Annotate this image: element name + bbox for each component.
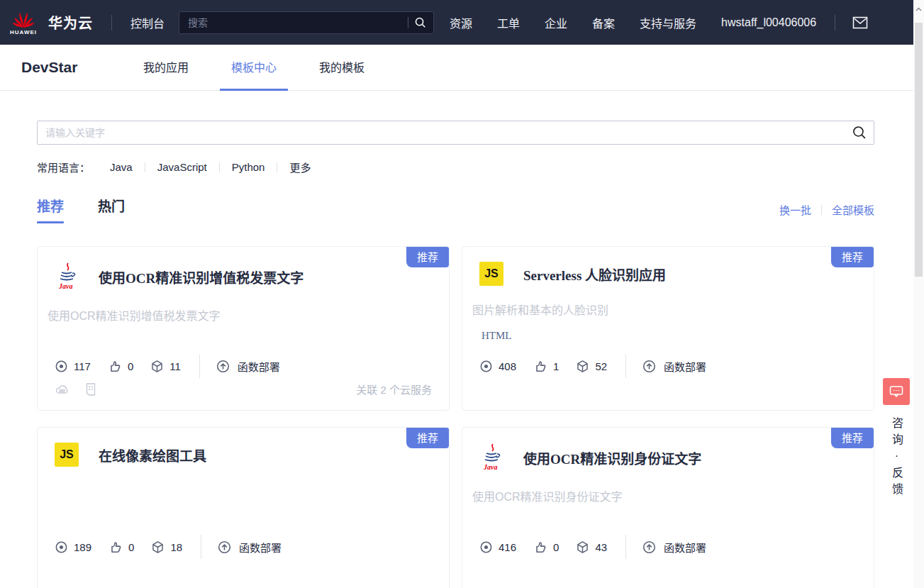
search-icon[interactable] bbox=[852, 125, 867, 140]
lang-python[interactable]: Python bbox=[232, 161, 265, 173]
divider bbox=[821, 205, 822, 215]
template-title[interactable]: 使用OCR精准识别身份证文字 bbox=[523, 448, 701, 467]
tab-hot[interactable]: 热门 bbox=[98, 196, 125, 223]
card-header: JS 在线像素绘图工具 bbox=[55, 443, 432, 467]
like-count: 0 bbox=[128, 541, 134, 553]
svg-text:Java: Java bbox=[58, 282, 72, 290]
like-icon[interactable] bbox=[533, 359, 547, 373]
feedback-chat-button[interactable] bbox=[883, 378, 910, 405]
topbar-search[interactable] bbox=[179, 11, 434, 34]
template-title[interactable]: 使用OCR精准识别增值税发票文字 bbox=[99, 267, 304, 287]
views-icon bbox=[55, 540, 68, 554]
active-tab-underline bbox=[37, 221, 64, 223]
card-header: JS Serverless 人脸识别应用 bbox=[479, 262, 857, 286]
deploy-label: 函数部署 bbox=[239, 540, 282, 555]
brand-huawei-cloud[interactable]: 华为云 bbox=[48, 12, 93, 33]
card-stats: 408 1 52 bbox=[479, 354, 857, 378]
deploy-label: 函数部署 bbox=[664, 359, 706, 374]
tab-recommended-label: 推荐 bbox=[37, 199, 64, 214]
tab-recommended[interactable]: 推荐 bbox=[37, 196, 64, 223]
top-navbar: HUAWEI 华为云 控制台 资源 工单 企业 备案 支持与服务 hwstaff… bbox=[0, 0, 924, 45]
deploy-icon bbox=[217, 540, 232, 555]
page-scrollbar[interactable] bbox=[913, 0, 924, 588]
scrollbar-thumb[interactable] bbox=[915, 23, 923, 277]
tab-underline bbox=[98, 221, 125, 223]
huawei-logo-icon[interactable]: HUAWEI bbox=[10, 10, 37, 35]
package-icon bbox=[151, 540, 165, 554]
scroll-up-arrow-icon[interactable] bbox=[913, 0, 924, 18]
card-footer: 关联 2 个云服务 bbox=[55, 382, 432, 396]
template-tabs: 推荐 热门 bbox=[37, 196, 159, 223]
views-icon bbox=[55, 360, 68, 373]
product-navbar: DevStar 我的应用 模板中心 我的模板 bbox=[0, 45, 924, 91]
all-templates-link[interactable]: 全部模板 bbox=[832, 202, 874, 217]
template-title[interactable]: Serverless 人脸识别应用 bbox=[523, 265, 666, 284]
like-icon[interactable] bbox=[108, 359, 122, 373]
product-title[interactable]: DevStar bbox=[21, 59, 122, 76]
lang-javascript[interactable]: JavaScript bbox=[157, 161, 207, 173]
use-count: 18 bbox=[170, 541, 182, 553]
menu-icp[interactable]: 备案 bbox=[592, 14, 615, 31]
like-count: 1 bbox=[553, 360, 559, 372]
lang-more[interactable]: 更多 bbox=[289, 160, 311, 174]
topbar-menu: 资源 工单 企业 备案 支持与服务 hwstaff_l00406006 bbox=[450, 14, 868, 31]
like-count: 0 bbox=[128, 360, 133, 372]
user-account[interactable]: hwstaff_l00406006 bbox=[721, 16, 816, 29]
card-header: Java 使用OCR精准识别增值税发票文字 bbox=[55, 262, 432, 292]
use-count: 43 bbox=[595, 541, 607, 553]
divider bbox=[625, 354, 626, 378]
like-icon[interactable] bbox=[533, 540, 547, 554]
shuffle-batch-link[interactable]: 换一批 bbox=[779, 202, 811, 217]
views-count: 117 bbox=[74, 360, 91, 372]
divider bbox=[145, 162, 145, 172]
linked-services-note: 关联 2 个云服务 bbox=[356, 382, 432, 396]
menu-tickets[interactable]: 工单 bbox=[497, 14, 520, 31]
svg-text:Java: Java bbox=[483, 463, 497, 471]
topbar-search-input[interactable] bbox=[187, 16, 402, 29]
lang-java[interactable]: Java bbox=[110, 161, 133, 173]
search-icon[interactable] bbox=[414, 16, 426, 28]
cloud-link-icon bbox=[55, 383, 70, 396]
template-title[interactable]: 在线像素绘图工具 bbox=[99, 445, 206, 465]
feedback-widget: 咨询·反馈 bbox=[881, 378, 912, 499]
template-subtitle: 使用OCR精准识别增值税发票文字 bbox=[48, 306, 432, 323]
recommended-badge: 推荐 bbox=[406, 428, 449, 448]
doc-scan-icon bbox=[84, 382, 97, 396]
mail-icon[interactable] bbox=[852, 16, 868, 29]
tab-template-center[interactable]: 模板中心 bbox=[228, 45, 279, 91]
huawei-logo-word: HUAWEI bbox=[10, 29, 37, 35]
tab-my-templates[interactable]: 我的模板 bbox=[316, 45, 367, 91]
console-link[interactable]: 控制台 bbox=[130, 14, 165, 31]
footer-icons bbox=[55, 382, 111, 396]
feedback-label[interactable]: 咨询·反馈 bbox=[888, 417, 905, 499]
like-icon[interactable] bbox=[108, 540, 123, 554]
topbar-divider bbox=[835, 15, 835, 30]
package-icon bbox=[150, 360, 164, 373]
menu-enterprise[interactable]: 企业 bbox=[545, 14, 567, 31]
template-subtitle: 图片解析和基本的人脸识别 bbox=[472, 301, 857, 318]
search-divider bbox=[408, 17, 408, 28]
template-card-grid: 推荐 Java 使用OCR精准识别增值税发票文字 使用OCR精准识别增值税发票文… bbox=[37, 246, 874, 588]
template-card[interactable]: 推荐 JS Serverless 人脸识别应用 图片解析和基本的人脸识别 HTM… bbox=[462, 246, 874, 411]
divider bbox=[219, 162, 220, 172]
template-card[interactable]: 推荐 Java 使用OCR精准识别身份证文字 使用OCR精准识别身份证文字 bbox=[462, 427, 874, 588]
menu-resources[interactable]: 资源 bbox=[450, 14, 472, 31]
keyword-search-input[interactable] bbox=[37, 121, 874, 145]
divider bbox=[199, 354, 200, 378]
template-subtitle: 使用OCR精准识别身份证文字 bbox=[472, 487, 857, 504]
template-tag: HTML bbox=[482, 330, 857, 342]
deploy-icon bbox=[642, 359, 657, 374]
tab-my-apps[interactable]: 我的应用 bbox=[140, 45, 191, 91]
template-card[interactable]: 推荐 Java 使用OCR精准识别增值税发票文字 使用OCR精准识别增值税发票文… bbox=[37, 246, 450, 411]
menu-support[interactable]: 支持与服务 bbox=[640, 14, 696, 31]
chat-bubble-icon bbox=[889, 384, 904, 399]
language-filter-label: 常用语言： bbox=[37, 160, 90, 174]
deploy-type: 函数部署 bbox=[642, 540, 706, 555]
keyword-search bbox=[37, 121, 874, 145]
divider bbox=[201, 535, 201, 559]
huawei-flower-icon bbox=[10, 10, 37, 28]
template-card[interactable]: 推荐 JS 在线像素绘图工具 189 0 bbox=[37, 427, 450, 588]
divider bbox=[277, 162, 277, 172]
template-tabs-row: 推荐 热门 换一批 全部模板 bbox=[37, 196, 874, 223]
topbar-divider bbox=[111, 15, 112, 30]
